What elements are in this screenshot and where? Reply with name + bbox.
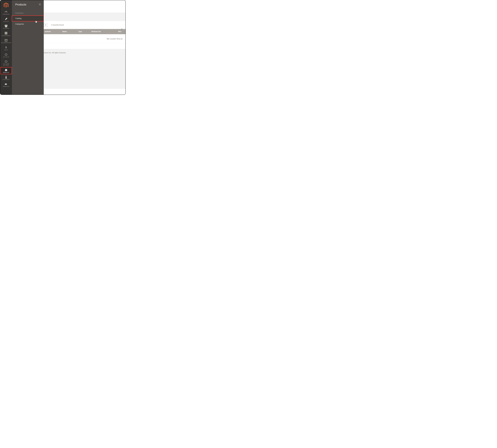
person-icon xyxy=(5,76,7,79)
nav-label: CUSTOMERS xyxy=(2,79,10,80)
close-submenu-button[interactable] xyxy=(39,3,41,6)
magento-logo-icon xyxy=(4,2,9,8)
megaphone-icon xyxy=(5,83,7,85)
nav-label: PRODUCTS xyxy=(3,72,9,73)
storefront-icon xyxy=(5,25,8,27)
nav-sales[interactable]: $ SALES xyxy=(0,45,12,52)
nav-ves-brand[interactable]: VES BRAND xyxy=(0,23,12,30)
col-type[interactable]: Type xyxy=(78,31,90,32)
layout-icon xyxy=(5,39,7,42)
nav-dashboard[interactable]: DASHBOARD xyxy=(0,9,12,16)
nav-ves-blog[interactable]: VES BLOG xyxy=(0,16,12,23)
actions-dropdown-toggle[interactable] xyxy=(44,23,47,27)
grid-spacer xyxy=(44,44,126,49)
footer: merce Inc. All rights reserved. xyxy=(44,49,126,89)
svg-rect-4 xyxy=(7,32,7,32)
nav-marketing[interactable]: MARKETING xyxy=(0,81,12,88)
svg-rect-5 xyxy=(5,33,5,33)
spinner-icon xyxy=(121,28,125,32)
svg-rect-9 xyxy=(6,34,6,34)
svg-rect-20 xyxy=(6,84,7,84)
svg-rect-8 xyxy=(5,34,5,34)
col-attribute-set[interactable]: Attribute Set xyxy=(90,31,117,32)
nav-ves-setup[interactable]: VES SETUP xyxy=(0,52,12,59)
svg-rect-3 xyxy=(6,32,6,32)
nav-ves-pagebuilder[interactable]: VES PAGEBUILDER xyxy=(0,38,12,45)
main-content: 0 records found umbnail Name Type Attrib… xyxy=(44,0,126,95)
svg-line-24 xyxy=(123,29,124,29)
svg-rect-7 xyxy=(7,33,7,33)
svg-line-30 xyxy=(122,29,122,29)
submenu-title: Products xyxy=(15,3,26,6)
submenu-section-label: Inventory xyxy=(12,8,44,16)
close-icon xyxy=(39,3,41,5)
submenu-catalog[interactable]: Catalog xyxy=(12,16,44,21)
submenu-item-label: Catalog xyxy=(15,17,21,19)
col-name[interactable]: Name xyxy=(62,31,78,32)
grid-empty-message: We couldn't find an xyxy=(44,34,126,44)
toolbar-row: 0 records found xyxy=(44,21,126,29)
hexagon-icon xyxy=(5,53,7,56)
submenu-item-label: Categories xyxy=(15,23,24,25)
main-sidebar: DASHBOARD VES BLOG VES BRAND VES MEGAMEN… xyxy=(0,0,12,95)
svg-marker-15 xyxy=(5,54,7,56)
submenu-categories[interactable]: Categories xyxy=(12,21,44,27)
svg-rect-1 xyxy=(5,26,7,27)
top-blank-area xyxy=(44,0,126,13)
records-found-label: 0 records found xyxy=(51,24,64,26)
products-submenu: Products Inventory Catalog Categories xyxy=(12,0,44,95)
gauge-icon xyxy=(5,11,8,13)
nav-label: DASHBOARD xyxy=(2,14,10,15)
svg-line-26 xyxy=(123,30,124,31)
nav-label: VES PAGEBUILDER xyxy=(1,42,11,43)
nav-ves-megamenu[interactable]: VES MEGAMENU xyxy=(0,30,12,38)
svg-marker-16 xyxy=(5,61,7,63)
svg-rect-2 xyxy=(5,32,5,32)
nav-customers[interactable]: CUSTOMERS xyxy=(0,74,12,81)
hexagon-icon xyxy=(5,60,7,63)
nav-label: VES SETUP xyxy=(3,56,9,58)
nav-ves-theme-settings[interactable]: VES THEME SETTINGS xyxy=(0,59,12,67)
title-band xyxy=(44,13,126,21)
nav-label: SALES xyxy=(4,49,8,50)
pencil-icon xyxy=(5,18,7,20)
svg-point-19 xyxy=(6,76,7,77)
dollar-icon: $ xyxy=(5,46,7,49)
nav-products[interactable]: PRODUCTS xyxy=(0,67,12,74)
box-icon xyxy=(5,69,7,71)
nav-label: VES BLOG xyxy=(3,21,9,22)
nav-label: VES MEGAMENU xyxy=(1,35,11,36)
svg-line-28 xyxy=(122,30,122,31)
svg-text:$: $ xyxy=(5,46,7,49)
nav-label: VES THEME SETTINGS xyxy=(3,63,9,66)
grid-icon xyxy=(5,32,7,34)
magento-logo[interactable] xyxy=(0,1,12,9)
loading-spinner xyxy=(121,28,125,32)
footer-copyright: merce Inc. All rights reserved. xyxy=(44,52,66,54)
nav-label: MARKETING xyxy=(3,86,9,87)
col-thumbnail[interactable]: umbnail xyxy=(44,31,62,32)
nav-label: VES BRAND xyxy=(3,28,9,29)
svg-rect-6 xyxy=(6,33,6,33)
caret-down-icon xyxy=(45,25,46,25)
svg-rect-10 xyxy=(7,34,7,34)
grid-header: umbnail Name Type Attribute Set SKU xyxy=(44,29,126,34)
